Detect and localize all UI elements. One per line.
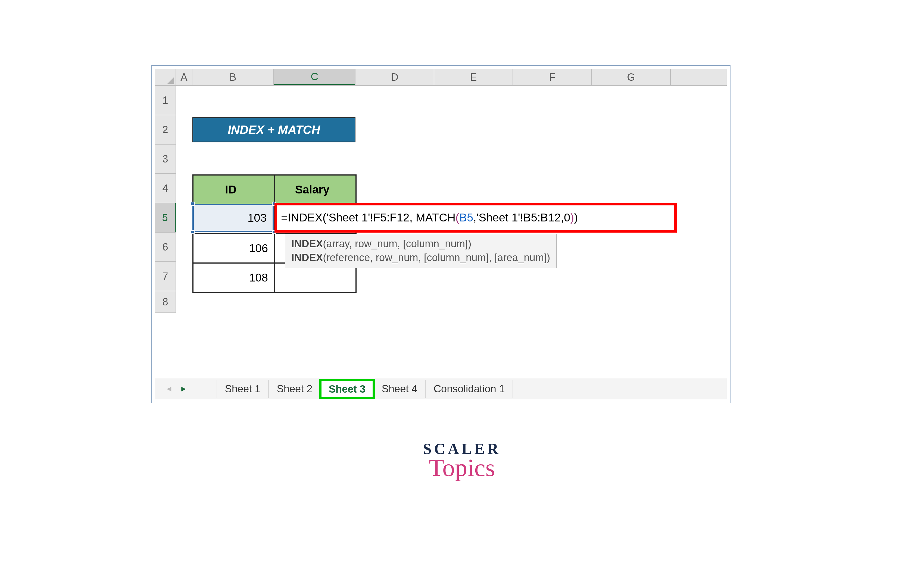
row-header-2[interactable]: 2	[155, 115, 176, 145]
sheet-tab[interactable]: Consolidation 1	[426, 380, 513, 398]
tab-prev-icon[interactable]: ◄	[165, 384, 173, 393]
cell-b5[interactable]	[193, 204, 274, 234]
col-header-B[interactable]: B	[192, 69, 274, 85]
header-id[interactable]: ID	[193, 175, 274, 204]
cell-b7[interactable]: 108	[193, 263, 274, 292]
formula-edit-box[interactable]: =INDEX('Sheet 1'!F5:F12, MATCH(B5,'Sheet…	[274, 203, 677, 232]
col-header-A[interactable]: A	[176, 69, 192, 85]
header-salary[interactable]: Salary	[274, 175, 356, 204]
tab-next-icon[interactable]: ►	[180, 384, 188, 393]
formula-tooltip: INDEX(array, row_num, [column_num]) INDE…	[285, 234, 557, 268]
sheet-tab[interactable]: Sheet 2	[269, 380, 320, 398]
formula-paren-close-outer: )	[574, 211, 578, 224]
col-header-F[interactable]: F	[513, 69, 592, 85]
tooltip-args: (reference, row_num, [column_num], [area…	[323, 252, 550, 263]
tooltip-args: (array, row_num, [column_num])	[323, 238, 471, 249]
col-header-C[interactable]: C	[274, 69, 355, 85]
tooltip-fn: INDEX	[291, 252, 323, 263]
select-all-triangle[interactable]	[155, 69, 176, 85]
row-header-1[interactable]: 1	[155, 86, 176, 115]
formula-paren-open: (	[455, 211, 459, 224]
tooltip-fn: INDEX	[291, 238, 323, 249]
title-cell[interactable]: INDEX + MATCH	[192, 117, 355, 142]
sheet-tab[interactable]: Sheet 4	[374, 380, 426, 398]
col-header-D[interactable]: D	[355, 69, 434, 85]
logo-topics: Topics	[423, 453, 501, 482]
row-header-6[interactable]: 6	[155, 232, 176, 262]
row-area: 1 2 3 4 5 6 7 8 INDEX + MATCH ID Salary	[155, 86, 727, 378]
row-header-7[interactable]: 7	[155, 262, 176, 291]
tab-nav: ◄ ►	[155, 384, 198, 393]
cell-b6[interactable]: 106	[193, 234, 274, 263]
excel-window: A B C D E F G 1 2 3 4 5 6 7 8 INDEX + MA…	[151, 65, 731, 403]
sheet-tab-bar: ◄ ► Sheet 1 Sheet 2 Sheet 3 Sheet 4 Cons…	[155, 378, 727, 399]
row-header-3[interactable]: 3	[155, 145, 176, 174]
sheet-tab-active[interactable]: Sheet 3	[320, 380, 373, 398]
row-header-8[interactable]: 8	[155, 291, 176, 313]
sheet-tab[interactable]: Sheet 1	[216, 380, 269, 398]
excel-grid: A B C D E F G 1 2 3 4 5 6 7 8 INDEX + MA…	[155, 69, 727, 399]
col-header-E[interactable]: E	[434, 69, 513, 85]
row-header-4[interactable]: 4	[155, 174, 176, 203]
row-header-5[interactable]: 5	[155, 203, 176, 232]
formula-text: =INDEX('Sheet 1'!F5:F12, MATCH	[281, 211, 455, 224]
formula-text: ,'Sheet 1'!B5:B12,0	[473, 211, 570, 224]
col-header-G[interactable]: G	[592, 69, 671, 85]
formula-paren-close: )	[570, 211, 574, 224]
scaler-topics-logo: SCALER Topics	[423, 440, 501, 482]
column-headers: A B C D E F G	[155, 69, 727, 86]
formula-ref: B5	[459, 211, 473, 224]
